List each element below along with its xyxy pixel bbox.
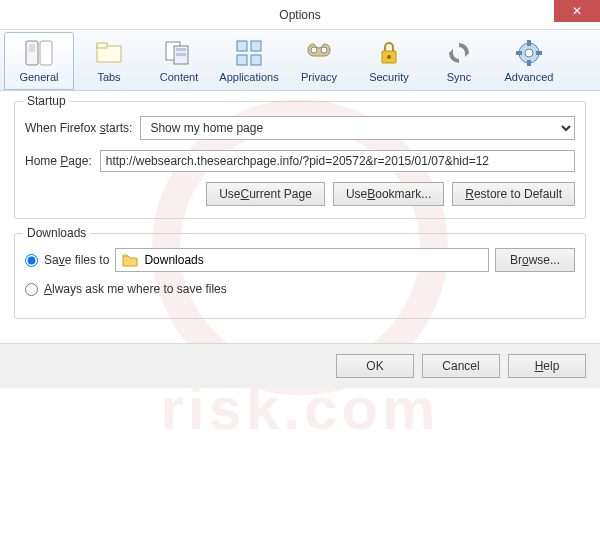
tab-tabs[interactable]: Tabs [74, 32, 144, 90]
home-page-input[interactable] [100, 150, 575, 172]
dialog-button-bar: OK Cancel Help [0, 343, 600, 388]
svg-point-13 [311, 47, 317, 53]
privacy-icon [303, 37, 335, 69]
svg-rect-8 [176, 53, 186, 56]
folder-icon [122, 253, 138, 267]
svg-rect-1 [40, 41, 52, 65]
home-page-label: Home Page: [25, 154, 92, 168]
svg-rect-2 [29, 44, 35, 52]
title-bar: Options ✕ [0, 0, 600, 30]
tab-privacy[interactable]: Privacy [284, 32, 354, 90]
ok-button[interactable]: OK [336, 354, 414, 378]
browse-button[interactable]: Browse... [495, 248, 575, 272]
close-button[interactable]: ✕ [554, 0, 600, 22]
svg-rect-23 [516, 51, 522, 55]
tab-sync[interactable]: Sync [424, 32, 494, 90]
when-firefox-starts-select[interactable]: Show my home page [140, 116, 575, 140]
save-files-to-radio[interactable] [25, 254, 38, 267]
cancel-button[interactable]: Cancel [422, 354, 500, 378]
window-title: Options [279, 8, 320, 22]
applications-icon [233, 37, 265, 69]
svg-rect-12 [251, 55, 261, 65]
downloads-folder-box[interactable]: Downloads [115, 248, 489, 272]
tab-advanced[interactable]: Advanced [494, 32, 564, 90]
svg-rect-9 [237, 41, 247, 51]
use-current-page-button[interactable]: Use Current Page [206, 182, 325, 206]
save-files-to-label: Save files to [44, 253, 109, 267]
tab-applications[interactable]: Applications [214, 32, 284, 90]
startup-group: Startup When Firefox starts: Show my hom… [14, 101, 586, 219]
svg-rect-11 [237, 55, 247, 65]
always-ask-radio[interactable] [25, 283, 38, 296]
svg-rect-21 [527, 40, 531, 46]
svg-point-16 [387, 55, 391, 59]
restore-default-button[interactable]: Restore to Default [452, 182, 575, 206]
downloads-folder-name: Downloads [144, 253, 203, 267]
use-bookmark-button[interactable]: Use Bookmark... [333, 182, 444, 206]
security-icon [373, 37, 405, 69]
sync-icon [443, 37, 475, 69]
svg-rect-24 [536, 51, 542, 55]
downloads-legend: Downloads [23, 226, 90, 240]
help-button[interactable]: Help [508, 354, 586, 378]
svg-rect-7 [176, 48, 186, 51]
svg-point-20 [525, 49, 533, 57]
when-firefox-starts-label: When Firefox starts: [25, 121, 132, 135]
general-icon [23, 37, 55, 69]
startup-legend: Startup [23, 94, 70, 108]
category-toolbar: General Tabs Content Applications Privac… [0, 30, 600, 91]
svg-rect-22 [527, 60, 531, 66]
tab-content[interactable]: Content [144, 32, 214, 90]
svg-rect-10 [251, 41, 261, 51]
content-icon [163, 37, 195, 69]
svg-rect-4 [97, 43, 107, 48]
always-ask-label: Always ask me where to save files [44, 282, 227, 296]
tab-general[interactable]: General [4, 32, 74, 90]
tab-security[interactable]: Security [354, 32, 424, 90]
content-area: Startup When Firefox starts: Show my hom… [0, 91, 600, 343]
svg-point-14 [321, 47, 327, 53]
close-icon: ✕ [572, 4, 582, 18]
tabs-icon [93, 37, 125, 69]
advanced-icon [513, 37, 545, 69]
downloads-group: Downloads Save files to Downloads Browse… [14, 233, 586, 319]
